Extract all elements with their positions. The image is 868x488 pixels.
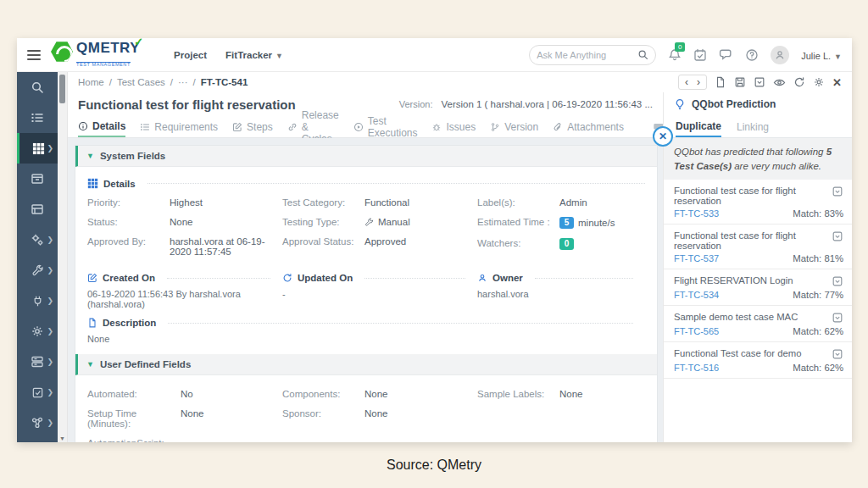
user-icon xyxy=(774,49,786,61)
system-fields-section-header[interactable]: ▼ System Fields xyxy=(75,146,657,167)
tab-linking[interactable]: Linking xyxy=(737,116,769,137)
expand-icon[interactable] xyxy=(832,230,843,242)
question-icon xyxy=(745,48,759,62)
avatar[interactable] xyxy=(771,46,789,64)
export-dropdown-button[interactable] xyxy=(754,76,765,88)
sidebar-item-approvals[interactable]: ❯ xyxy=(17,377,58,408)
left-sidebar: ❯ ❯ ❯ ❯ ❯ ❯ ❯ ❯ xyxy=(17,72,58,442)
qmetry-logo[interactable]: QMETRY✓ TEST MANAGEMENT xyxy=(51,41,140,69)
pencil-icon xyxy=(87,273,97,283)
ask-me-anything-search[interactable] xyxy=(529,45,656,65)
record-toolbar: ‹› ✕ xyxy=(678,75,842,90)
field-value: None xyxy=(364,389,388,399)
top-bar: QMETRY✓ TEST MANAGEMENT Project FitTrack… xyxy=(17,38,852,72)
field-label: Watchers: xyxy=(477,238,559,248)
sidebar-item-automation[interactable]: ❯ xyxy=(17,225,58,255)
field-label: Estimated Time : xyxy=(477,217,559,227)
scrollbar-down-arrow[interactable]: ▼ xyxy=(59,435,65,441)
expand-icon[interactable] xyxy=(832,312,843,324)
breadcrumb-home[interactable]: Home xyxy=(78,77,104,87)
sidebar-scrollbar[interactable]: ▼ xyxy=(58,72,68,442)
prediction-item[interactable]: Functional test case for flight reservat… xyxy=(664,225,852,269)
tab-steps[interactable]: Steps xyxy=(232,116,273,137)
notifications-button[interactable]: 0 xyxy=(668,48,682,62)
search-input[interactable] xyxy=(537,50,632,60)
sidebar-item-test-cases[interactable]: ❯ xyxy=(17,133,58,164)
brand-tagline: TEST MANAGEMENT xyxy=(76,62,131,68)
tab-version[interactable]: Version xyxy=(490,116,538,137)
refresh-button[interactable] xyxy=(793,76,805,88)
scrollbar-thumb[interactable] xyxy=(59,75,65,103)
expand-icon[interactable] xyxy=(832,275,843,287)
sidebar-item-integrations[interactable]: ❯ xyxy=(17,286,58,316)
field-label: Priority: xyxy=(87,197,170,208)
test-case-link[interactable]: FT-TC-534 xyxy=(674,290,719,300)
grid-icon xyxy=(32,142,45,155)
caret-down-icon: ▼ xyxy=(86,360,94,369)
project-selector[interactable]: FitTracker▼ xyxy=(225,50,283,60)
tab-attachments[interactable]: Attachments xyxy=(553,116,624,137)
tab-details[interactable]: Details xyxy=(78,116,125,137)
prediction-item[interactable]: Flight RESERVATION Login FT-TC-534Match:… xyxy=(664,269,852,306)
prediction-item[interactable]: Functional Test case for demo FT-TC-516M… xyxy=(664,342,852,379)
tab-duplicate[interactable]: Duplicate xyxy=(676,116,721,137)
wrench-icon xyxy=(31,264,44,277)
test-case-link[interactable]: FT-TC-516 xyxy=(674,363,719,373)
breadcrumb-ellipsis[interactable]: ··· xyxy=(178,77,188,87)
save-icon xyxy=(734,76,746,88)
sidebar-item-reports[interactable]: ❯ xyxy=(17,347,58,377)
sidebar-item-search[interactable] xyxy=(17,72,58,103)
sidebar-item-executions[interactable] xyxy=(17,194,58,225)
test-case-link[interactable]: FT-TC-533 xyxy=(674,208,719,219)
expand-icon[interactable] xyxy=(832,186,843,197)
created-on-header: Created On xyxy=(87,273,282,283)
version-value[interactable]: Version 1 ( harshal.vora | 06-19-2020 11… xyxy=(441,99,653,109)
sidebar-item-share[interactable]: ❯ xyxy=(17,408,58,438)
sidebar-item-settings[interactable]: ❯ xyxy=(17,316,58,347)
tab-release-cycles[interactable]: Release & Cycles xyxy=(287,116,339,137)
details-panel: ▼ System Fields Details Priority:Highest… xyxy=(75,145,658,442)
tab-requirements[interactable]: Requirements xyxy=(140,116,218,137)
test-case-link[interactable]: FT-TC-537 xyxy=(674,253,719,263)
export-pdf-button[interactable] xyxy=(715,76,726,88)
description-block: Description None xyxy=(75,309,657,354)
sidebar-item-requirements[interactable] xyxy=(17,103,58,133)
chevron-down-icon: ▼ xyxy=(275,52,283,60)
breadcrumb-test-cases[interactable]: Test Cases xyxy=(117,77,165,87)
prediction-item[interactable]: Functional test case for flight reservat… xyxy=(664,180,852,225)
system-fields-title: System Fields xyxy=(100,151,165,161)
field-value: Approved xyxy=(364,236,406,247)
notification-badge: 0 xyxy=(675,42,685,52)
help-button[interactable] xyxy=(745,48,759,62)
field-label: Approval Status: xyxy=(282,236,364,247)
hamburger-menu-icon[interactable] xyxy=(27,50,41,60)
next-record-button[interactable]: › xyxy=(697,76,700,88)
field-label: Testing Type: xyxy=(282,217,364,227)
field-value: No xyxy=(181,389,193,399)
tab-issues[interactable]: Issues xyxy=(431,116,476,137)
refresh-icon xyxy=(793,76,805,88)
prediction-title: Functional test case for flight reservat… xyxy=(674,230,826,251)
save-button[interactable] xyxy=(734,76,746,88)
field-label: Test Category: xyxy=(282,197,364,208)
user-defined-fields-section-header[interactable]: ▼ User Defined Fields xyxy=(75,354,657,375)
calendar-button[interactable] xyxy=(693,48,707,62)
user-menu[interactable]: Julie L.▼ xyxy=(801,47,842,63)
watch-button[interactable] xyxy=(773,76,786,89)
detail-scroll-area[interactable]: ▼ System Fields Details Priority:Highest… xyxy=(68,138,663,442)
qqbot-close-button[interactable]: ✕ xyxy=(653,126,673,147)
qqbot-panel: ✕ QQbot Prediction Duplicate Linking QQb… xyxy=(663,92,852,442)
expand-icon[interactable] xyxy=(832,348,843,360)
sidebar-item-tools[interactable]: ❯ xyxy=(17,255,58,286)
description-header: Description xyxy=(87,318,645,328)
chevron-right-icon: ❯ xyxy=(47,297,53,305)
tab-test-executions[interactable]: Test Executions xyxy=(353,116,418,137)
test-case-link[interactable]: FT-TC-565 xyxy=(674,326,719,336)
prediction-title: Functional Test case for demo xyxy=(674,348,826,358)
sidebar-item-test-suites[interactable] xyxy=(17,164,58,194)
prev-record-button[interactable]: ‹ xyxy=(685,76,688,88)
close-record-button[interactable]: ✕ xyxy=(832,76,842,89)
prediction-item[interactable]: Sample demo test case MAC FT-TC-565Match… xyxy=(664,306,852,342)
messages-button[interactable] xyxy=(719,47,733,62)
settings-button[interactable] xyxy=(813,76,825,88)
